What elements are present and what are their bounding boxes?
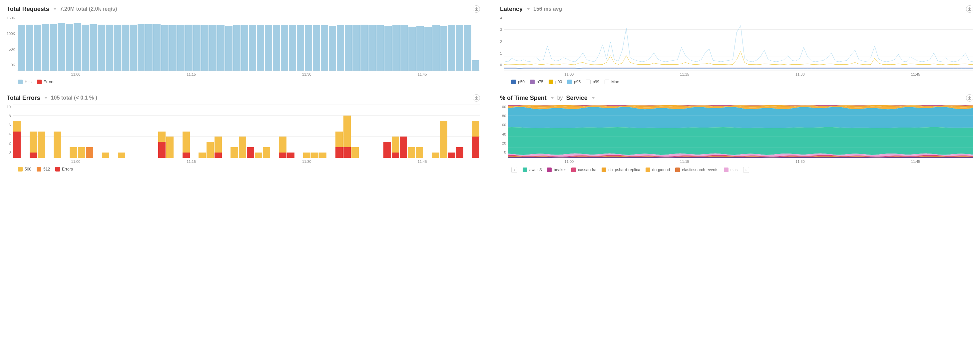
bar[interactable] — [392, 16, 400, 71]
bar[interactable] — [408, 16, 416, 71]
bar[interactable] — [255, 105, 262, 158]
bar[interactable] — [313, 16, 320, 71]
bar[interactable] — [54, 105, 61, 158]
download-button[interactable] — [473, 5, 480, 13]
bar[interactable] — [433, 16, 440, 71]
panel-title[interactable]: % of Time Spent — [500, 95, 547, 102]
bar[interactable] — [321, 16, 328, 71]
bar[interactable] — [74, 16, 81, 71]
bar[interactable] — [432, 105, 439, 158]
bar[interactable] — [217, 16, 224, 71]
bar[interactable] — [193, 16, 200, 71]
bar[interactable] — [191, 105, 198, 158]
bar[interactable] — [360, 16, 368, 71]
bar[interactable] — [161, 16, 169, 71]
bar[interactable] — [416, 105, 423, 158]
legend-item[interactable]: Hits — [18, 80, 32, 84]
legend-item[interactable]: elas — [724, 167, 738, 172]
bar[interactable] — [13, 105, 21, 158]
bar[interactable] — [169, 16, 177, 71]
plot-area[interactable] — [13, 105, 480, 158]
bar[interactable] — [185, 16, 192, 71]
bar[interactable] — [26, 16, 33, 71]
bar[interactable] — [122, 16, 129, 71]
bar[interactable] — [18, 16, 25, 71]
bar[interactable] — [183, 105, 190, 158]
bar[interactable] — [289, 16, 296, 71]
bar[interactable] — [34, 16, 41, 71]
bar[interactable] — [319, 105, 326, 158]
panel-title[interactable]: Total Requests — [7, 6, 49, 13]
bar[interactable] — [153, 16, 161, 71]
bar[interactable] — [82, 16, 89, 71]
bar[interactable] — [327, 105, 334, 158]
bar[interactable] — [114, 16, 121, 71]
bar[interactable] — [118, 105, 125, 158]
bar[interactable] — [337, 16, 344, 71]
bar[interactable] — [209, 16, 216, 71]
bar[interactable] — [281, 16, 288, 71]
bar[interactable] — [265, 16, 272, 71]
legend-item[interactable]: p50 — [511, 80, 525, 84]
legend-item[interactable]: ctx-pshard-replica — [601, 167, 640, 172]
bar[interactable] — [130, 16, 137, 71]
bar[interactable] — [456, 105, 463, 158]
legend-item[interactable]: 500 — [18, 167, 31, 172]
bar[interactable] — [41, 16, 49, 71]
bar[interactable] — [231, 105, 238, 158]
bar[interactable] — [233, 16, 240, 71]
legend-item[interactable]: dogpound — [646, 167, 670, 172]
bar[interactable] — [400, 16, 408, 71]
bar[interactable] — [70, 105, 77, 158]
legend-item[interactable]: 512 — [37, 167, 50, 172]
bar[interactable] — [38, 105, 45, 158]
bar[interactable] — [263, 105, 270, 158]
bar[interactable] — [134, 105, 142, 158]
download-button[interactable] — [966, 5, 973, 13]
legend-item[interactable]: Max — [605, 80, 619, 84]
legend-prev[interactable]: ‹ — [511, 167, 517, 173]
bar[interactable] — [257, 16, 264, 71]
bar[interactable] — [375, 105, 383, 158]
bar[interactable] — [424, 105, 431, 158]
bar[interactable] — [400, 105, 407, 158]
panel-title[interactable]: Latency — [500, 6, 523, 13]
bar[interactable] — [360, 105, 367, 158]
plot-area[interactable] — [18, 16, 480, 71]
bar[interactable] — [329, 16, 336, 71]
bar[interactable] — [440, 105, 447, 158]
bar[interactable] — [249, 16, 256, 71]
bar[interactable] — [126, 105, 133, 158]
bar[interactable] — [201, 16, 208, 71]
bar[interactable] — [94, 105, 101, 158]
bar[interactable] — [158, 105, 165, 158]
bar[interactable] — [49, 16, 57, 71]
legend-item[interactable]: Errors — [37, 80, 55, 84]
bar[interactable] — [472, 105, 479, 158]
bar[interactable] — [138, 16, 145, 71]
chevron-down-icon[interactable] — [592, 97, 595, 99]
plot-area[interactable] — [508, 105, 973, 158]
bar[interactable] — [464, 105, 471, 158]
bar[interactable] — [225, 16, 232, 71]
bar[interactable] — [352, 105, 359, 158]
bar[interactable] — [247, 105, 254, 158]
bar[interactable] — [336, 105, 343, 158]
legend-item[interactable]: aws.s3 — [523, 167, 542, 172]
bar[interactable] — [441, 16, 448, 71]
bar[interactable] — [145, 16, 153, 71]
bar[interactable] — [311, 105, 318, 158]
bar[interactable] — [297, 16, 304, 71]
bar[interactable] — [295, 105, 302, 158]
chevron-down-icon[interactable] — [53, 8, 57, 10]
bar[interactable] — [271, 105, 278, 158]
bar[interactable] — [448, 105, 455, 158]
bar[interactable] — [199, 105, 206, 158]
bar[interactable] — [383, 105, 391, 158]
bar[interactable] — [86, 105, 93, 158]
legend-item[interactable]: p95 — [567, 80, 581, 84]
bar[interactable] — [376, 16, 384, 71]
bar[interactable] — [305, 16, 312, 71]
bar[interactable] — [102, 105, 109, 158]
bar[interactable] — [142, 105, 150, 158]
